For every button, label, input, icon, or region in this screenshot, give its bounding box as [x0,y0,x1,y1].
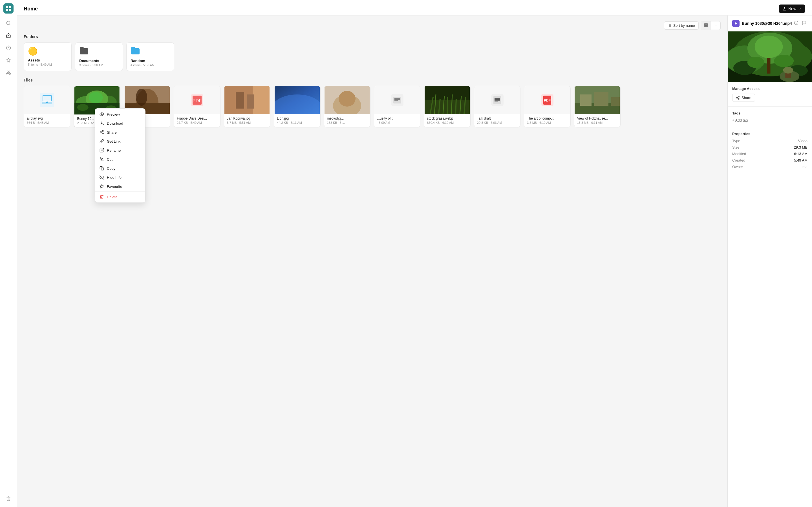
list-view-button[interactable] [711,21,720,30]
folder-item[interactable]: Documents 3 items · 5:36 AM [75,42,123,71]
file-info: Frappe Drive Desi... 27.7 KB · 5:49 AM [174,114,220,127]
file-meta: 5.7 MB · 5:51 AM [227,121,267,124]
sidebar-item-recents[interactable] [3,43,13,53]
share-icon [736,96,740,100]
info-icon [794,20,799,25]
file-item[interactable]: Lion.jpg 44.2 KB · 6:11 AM [274,86,320,127]
svg-rect-71 [494,96,501,104]
folder-name: Random [130,59,170,63]
sidebar-item-shared[interactable] [3,68,13,78]
file-thumbnail: PDF [524,86,570,114]
upload-icon [783,7,787,11]
file-info: Jan Kopriva.jpg 5.7 MB · 5:51 AM [224,114,270,127]
svg-rect-0 [6,6,8,8]
prop-type: Type Video [732,139,808,143]
file-item[interactable]: Jan Kopriva.jpg 5.7 MB · 5:51 AM [224,86,270,127]
svg-point-7 [7,71,8,72]
svg-rect-18 [706,25,707,26]
copy-icon [100,166,104,171]
context-menu-download[interactable]: Download [95,119,145,128]
file-item[interactable]: PDF The art of comput... 3.5 MB · 6:10 A… [524,86,570,127]
file-item[interactable]: Talk draft 20.8 KB · 6:06 AM [474,86,520,127]
folder-icon-yellow: 🟡 [28,47,67,56]
svg-line-90 [101,131,103,132]
panel-comment-button[interactable] [801,19,808,27]
svg-line-95 [101,159,102,159]
sidebar-item-trash[interactable] [3,494,13,504]
file-info: The art of comput... 3.5 MB · 6:10 AM [524,114,570,127]
file-thumbnail: PDF [174,86,220,114]
add-tag-button[interactable]: + Add tag [732,118,808,122]
files-section-title: Files [24,78,721,82]
svg-point-117 [783,67,793,73]
file-thumbnail [224,86,270,114]
folder-item[interactable]: 🟡 Assets 5 items · 5:49 AM [24,42,72,71]
svg-rect-17 [705,25,706,26]
svg-rect-55 [393,97,401,104]
file-item[interactable]: airplay.svg 364 B · 5:48 AM [24,86,70,127]
svg-line-89 [101,132,103,133]
download-icon [100,121,104,125]
file-item[interactable]: meowdy.j... 158 KB · 5:... [324,86,370,127]
folder-meta: 5 items · 5:49 AM [28,63,67,66]
svg-point-33 [89,92,103,103]
file-thumbnail [24,86,70,114]
file-name: airplay.svg [27,116,67,120]
panel-file-name: Bunny 1080@30 H264.mp4 [732,20,792,27]
file-meta: 364 B · 5:48 AM [27,121,67,124]
link-icon [100,139,104,144]
svg-point-120 [739,98,740,100]
context-menu-preview[interactable]: Preview [95,110,145,119]
svg-line-122 [737,97,739,97]
file-info: stock grass.webp 860.4 KB · 6:12 AM [424,114,470,127]
context-menu-hide-info[interactable]: Hide Info [95,173,145,182]
context-menu-favourite[interactable]: Favourite [95,182,145,191]
svg-text:PDF: PDF [192,98,201,103]
file-thumbnail [474,86,520,114]
sidebar-item-search[interactable] [3,18,13,28]
new-button[interactable]: New [779,4,805,13]
file-meta: 158 KB · 5:... [327,121,367,124]
share-button[interactable]: Share [732,94,755,102]
star-icon [100,184,104,189]
prop-modified: Modified 6:13 AM [732,152,808,156]
file-thumbnail [274,86,320,114]
svg-rect-16 [706,24,707,25]
folder-item[interactable]: Random 4 items · 5:36 AM [126,42,174,71]
context-menu-rename[interactable]: Rename [95,146,145,155]
context-menu-copy[interactable]: Copy [95,164,145,173]
file-info: Lion.jpg 44.2 KB · 6:11 AM [274,114,320,127]
main-content: Home New Sort by name [17,0,812,507]
properties-title: Properties [732,132,808,136]
right-panel: Bunny 1080@30 H264.mp4 [728,15,812,507]
context-menu-delete[interactable]: Delete [95,192,145,201]
file-thumbnail [324,86,370,114]
panel-info-button[interactable] [793,19,800,27]
sidebar-item-favourites[interactable] [3,55,13,65]
panel-tags: Tags + Add tag [728,107,812,127]
file-item[interactable]: View of Holzhause... 15.8 MB · 6:11 AM [574,86,621,127]
eye-icon [100,112,104,116]
prop-size: Size 29.3 MB [732,145,808,150]
context-menu-get-link[interactable]: Get Link [95,137,145,146]
file-info: View of Holzhause... 15.8 MB · 6:11 AM [574,114,620,127]
file-item[interactable]: ...uelty of t... · 5:09 AM [374,86,420,127]
eye-off-icon [100,175,104,180]
folder-name: Documents [79,59,119,63]
sort-icon [668,24,672,27]
svg-marker-98 [100,184,104,188]
svg-point-110 [755,36,783,58]
context-menu-cut[interactable]: Cut [95,155,145,164]
svg-point-88 [102,133,104,134]
sort-button[interactable]: Sort by name [664,21,699,30]
file-name: meowdy.j... [327,116,367,120]
file-item[interactable]: stock grass.webp 860.4 KB · 6:12 AM [424,86,470,127]
grid-view-button[interactable] [701,21,711,30]
svg-rect-83 [611,97,620,106]
prop-owner: Owner me [732,165,808,169]
app-logo [3,3,13,13]
context-menu-share[interactable]: Share [95,128,145,137]
sidebar-item-home[interactable] [3,31,13,41]
file-info: airplay.svg 364 B · 5:48 AM [24,114,70,127]
file-item[interactable]: PDF Frappe Drive Desi... 27.7 KB · 5:49 … [174,86,220,127]
